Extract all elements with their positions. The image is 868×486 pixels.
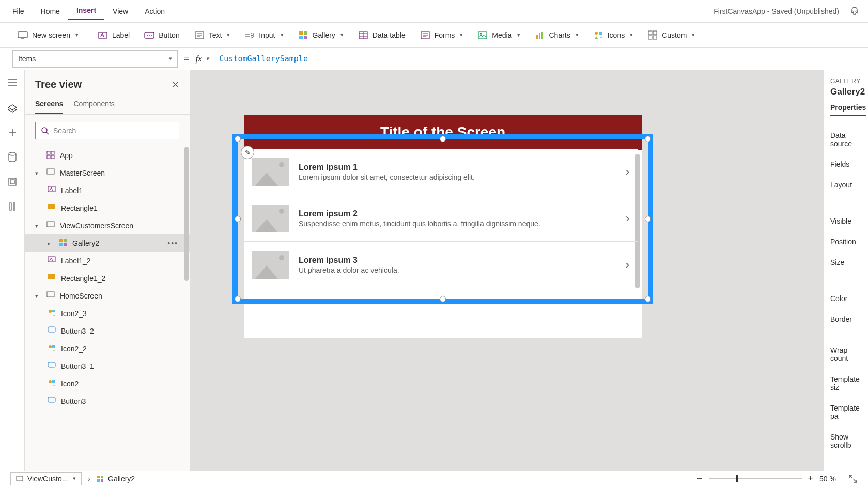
chevron-right-icon[interactable]: › <box>626 258 629 272</box>
gallery-icon <box>298 30 308 40</box>
zoom-in-button[interactable]: + <box>808 473 814 484</box>
input-button[interactable]: Input ▾ <box>239 27 288 43</box>
prop-template-size[interactable]: Template siz <box>830 369 862 398</box>
tree-node-icon2[interactable]: + Icon2 <box>25 375 190 393</box>
tab-screens[interactable]: Screens <box>35 95 63 114</box>
row-subtitle: Suspendisse enim metus, tincidunt quis l… <box>299 220 616 228</box>
chevron-right-icon[interactable]: ▸ <box>48 240 55 247</box>
resize-handle[interactable] <box>235 296 241 302</box>
media-button[interactable]: Media ▾ <box>472 27 525 43</box>
datatable-icon <box>358 30 368 40</box>
data-icon[interactable] <box>6 151 19 163</box>
prop-border[interactable]: Border <box>830 309 862 330</box>
breadcrumb-screen[interactable]: ViewCusto... ▾ <box>10 472 82 485</box>
resize-handle[interactable] <box>440 296 446 302</box>
resize-handle[interactable] <box>235 136 241 142</box>
zoom-out-button[interactable]: − <box>697 473 703 484</box>
menu-action[interactable]: Action <box>136 3 173 20</box>
tree-node-icon22[interactable]: + Icon2_2 <box>25 340 190 357</box>
shape-icon: + <box>48 379 57 388</box>
chevron-right-icon[interactable]: › <box>626 212 629 225</box>
svg-point-46 <box>9 152 16 155</box>
tree-label: Gallery2 <box>72 239 99 247</box>
tree-view-icon[interactable] <box>6 101 19 114</box>
charts-button[interactable]: Charts ▾ <box>530 27 584 43</box>
media-rail-icon[interactable] <box>6 176 19 188</box>
properties-tab[interactable]: Properties <box>830 103 866 116</box>
prop-wrap-count[interactable]: Wrap count <box>830 340 862 369</box>
tree-node-gallery2[interactable]: ▸ Gallery2 ••• <box>25 234 190 252</box>
search-input[interactable] <box>53 127 174 135</box>
svg-point-68 <box>49 310 52 313</box>
tree-node-rectangle12[interactable]: Rectangle1_2 <box>25 270 190 287</box>
menu-file[interactable]: File <box>4 3 33 20</box>
tree-node-viewcustomers[interactable]: ▾ ViewCustomersScreen <box>25 217 190 234</box>
screen-icon <box>47 168 56 178</box>
gallery-row[interactable]: Lorem ipsum 2 Suspendisse enim metus, ti… <box>244 195 638 242</box>
resize-handle[interactable] <box>235 216 241 222</box>
tree-node-label12[interactable]: Label1_2 <box>25 252 190 270</box>
menu-insert[interactable]: Insert <box>68 2 104 20</box>
prop-fields[interactable]: Fields <box>830 154 862 175</box>
tree-node-button32[interactable]: Button3_2 <box>25 322 190 340</box>
label-button[interactable]: Label <box>92 27 135 43</box>
prop-color[interactable]: Color <box>830 288 862 309</box>
menu-home[interactable]: Home <box>33 3 68 20</box>
gallery-control[interactable]: ✎ Lorem ipsum 1 Lorem ipsum dolor sit am… <box>244 149 638 288</box>
resize-handle[interactable] <box>645 296 651 302</box>
resize-handle[interactable] <box>645 216 651 222</box>
tree-node-button31[interactable]: Button3_1 <box>25 357 190 375</box>
tree-node-app[interactable]: App <box>25 147 190 164</box>
prop-layout[interactable]: Layout <box>830 175 862 195</box>
svg-text:+: + <box>600 35 602 40</box>
support-icon[interactable] <box>845 2 864 21</box>
chevron-right-icon[interactable]: › <box>626 165 629 179</box>
zoom-slider[interactable] <box>709 478 802 479</box>
chevron-down-icon[interactable]: ▾ <box>35 293 42 300</box>
datatable-button[interactable]: Data table <box>353 27 411 43</box>
forms-button[interactable]: Forms ▾ <box>415 27 469 43</box>
search-box[interactable] <box>35 122 179 139</box>
prop-data-source[interactable]: Data source <box>830 125 862 154</box>
tab-components[interactable]: Components <box>73 95 114 114</box>
tree-node-homescreen[interactable]: ▾ HomeScreen <box>25 287 190 305</box>
insert-icon[interactable] <box>6 126 19 138</box>
breadcrumb-control[interactable]: Gallery2 <box>97 475 135 483</box>
icons-button[interactable]: + Icons ▾ <box>588 27 638 43</box>
tree-node-label1[interactable]: Label1 <box>25 182 190 199</box>
tools-icon[interactable] <box>6 200 19 213</box>
more-icon[interactable]: ••• <box>167 239 183 247</box>
gallery-row[interactable]: Lorem ipsum 1 Lorem ipsum dolor sit amet… <box>244 149 638 195</box>
prop-show-scrollbar[interactable]: Show scrollb <box>830 427 862 456</box>
gallery-row[interactable]: Lorem ipsum 3 Ut pharetra a dolor ac veh… <box>244 242 638 288</box>
text-button[interactable]: Text ▾ <box>189 27 236 43</box>
new-screen-button[interactable]: New screen ▾ <box>12 27 84 43</box>
fx-label[interactable]: fx ▾ <box>196 54 209 64</box>
prop-position[interactable]: Position <box>830 231 862 252</box>
tree-node-masterscreen[interactable]: ▾ MasterScreen <box>25 164 190 182</box>
close-icon[interactable]: ✕ <box>172 79 179 90</box>
tree-node-rectangle1[interactable]: Rectangle1 <box>25 199 190 217</box>
menu-view[interactable]: View <box>104 3 136 20</box>
hamburger-icon[interactable] <box>6 76 19 89</box>
chevron-down-icon[interactable]: ▾ <box>35 223 42 229</box>
prop-size[interactable]: Size <box>830 252 862 273</box>
prop-visible[interactable]: Visible <box>830 211 862 231</box>
svg-rect-37 <box>648 31 652 35</box>
tree-node-icon23[interactable]: + Icon2_3 <box>25 305 190 322</box>
formula-input[interactable]: CustomGallerySample <box>215 51 856 67</box>
gallery-button[interactable]: Gallery ▾ <box>293 27 349 43</box>
zoom-thumb[interactable] <box>736 475 738 482</box>
resize-handle[interactable] <box>645 136 651 142</box>
svg-rect-31 <box>536 35 538 39</box>
fullscreen-icon[interactable] <box>848 474 858 483</box>
scrollbar[interactable] <box>184 147 189 281</box>
custom-button[interactable]: Custom ▾ <box>642 27 700 43</box>
button-button[interactable]: Button <box>139 27 184 43</box>
canvas[interactable]: Title of the Screen ✎ Lorem ipsum 1 Lore… <box>190 70 824 471</box>
property-selector[interactable]: Items ▾ <box>12 50 178 68</box>
prop-template-padding[interactable]: Template pa <box>830 398 862 427</box>
chevron-down-icon[interactable]: ▾ <box>35 170 42 177</box>
tree-node-button3[interactable]: Button3 <box>25 393 190 410</box>
resize-handle[interactable] <box>440 136 446 142</box>
